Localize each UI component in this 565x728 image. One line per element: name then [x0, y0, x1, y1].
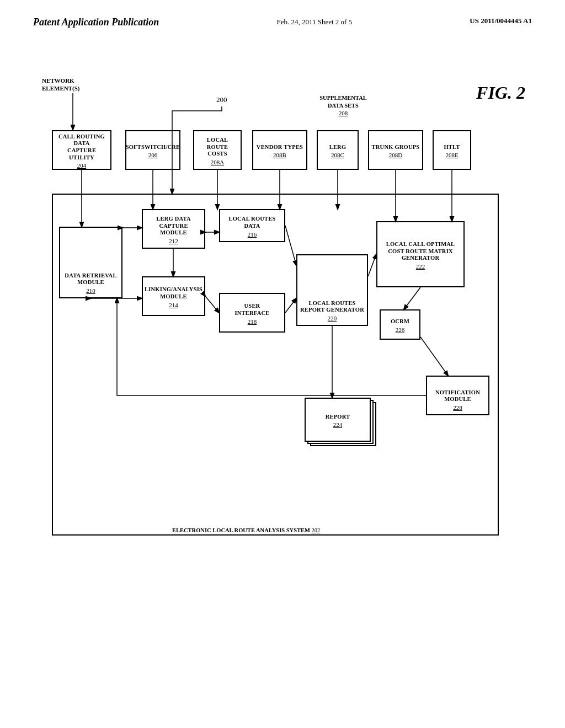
figure-label: FIG. 2: [476, 83, 525, 103]
box-lerg: LERG 208C: [317, 130, 359, 170]
patent-number: US 2011/0044445 A1: [470, 17, 532, 25]
box-linking-analysis-label: Linking/AnalysisModule: [145, 286, 202, 300]
box-report-num: 224: [333, 421, 343, 428]
box-notification-num: 228: [453, 404, 462, 411]
box-local-route-costs: Local RouteCosts 208A: [193, 130, 242, 170]
box-ocrm-label: OCRM: [391, 318, 409, 325]
box-lerg-label: LERG: [329, 144, 347, 151]
box-linking-analysis: Linking/AnalysisModule 214: [142, 276, 205, 316]
system-label: Electronic Local Route Analysis System 2…: [172, 527, 320, 533]
box-local-routes-report-num: 220: [328, 315, 337, 322]
box-linking-analysis-num: 214: [169, 302, 178, 308]
supplemental-label: SupplementalData Sets208: [316, 94, 371, 117]
box-notification-label: Notification Module: [429, 389, 486, 403]
box-local-call-optimal-label: Local Call Optimal Cost Route Matrix Gen…: [380, 241, 461, 262]
box-htlt-label: HTLT: [444, 144, 460, 151]
network-elements-label: NetworkElement(s): [42, 77, 86, 93]
box-user-interface: UserInterface 218: [219, 293, 285, 333]
box-notification: Notification Module 228: [426, 376, 489, 415]
box-local-routes-data: Local Routes Data 216: [219, 209, 285, 242]
date-sheet: Feb. 24, 2011 Sheet 2 of 5: [276, 17, 352, 28]
diagram-container: FIG. 2 NetworkElement(s) 200 Supplementa…: [40, 67, 525, 673]
box-lerg-num: 208C: [331, 152, 344, 158]
box-softswitch-num: 206: [148, 152, 158, 158]
box-local-routes-data-num: 216: [248, 231, 257, 238]
page-header: Patent Application Publication Feb. 24, …: [0, 0, 565, 34]
box-data-retrieval: Data Retrieval Module 210: [59, 227, 122, 298]
box-vendor-types-num: 208B: [273, 152, 286, 158]
box-trunk-groups: Trunk Groups 208D: [368, 130, 423, 170]
box-local-route-costs-num: 208A: [211, 159, 224, 165]
box-report: Report 224: [305, 398, 371, 442]
box-call-routing-num: 204: [77, 162, 87, 169]
box-softswitch: Softswitch/CRE 206: [125, 130, 180, 170]
ref-200: 200: [216, 95, 227, 104]
box-softswitch-label: Softswitch/CRE: [126, 144, 180, 151]
box-lerg-data-capture: LERG DataCapture Module 212: [142, 209, 205, 249]
box-local-call-optimal-num: 222: [416, 263, 425, 270]
box-lerg-data-capture-label: LERG DataCapture Module: [145, 216, 202, 237]
box-htlt: HTLT 208E: [433, 130, 471, 170]
box-vendor-types-label: Vendor Types: [257, 144, 303, 151]
box-report-wrapper: Report 224: [305, 398, 371, 442]
box-data-retrieval-num: 210: [86, 287, 95, 294]
publication-title: Patent Application Publication: [33, 17, 159, 28]
box-local-route-costs-label: Local RouteCosts: [196, 137, 238, 158]
box-data-retrieval-label: Data Retrieval Module: [62, 272, 119, 286]
box-local-routes-report-label: Local Routes Report Generator: [300, 300, 365, 314]
box-call-routing-label: Call Routing DataCapture Utility: [55, 133, 108, 161]
box-vendor-types: Vendor Types 208B: [252, 130, 307, 170]
box-ocrm-num: 226: [396, 326, 405, 333]
box-trunk-groups-num: 208D: [389, 152, 402, 158]
box-user-interface-label: UserInterface: [235, 303, 270, 317]
box-lerg-data-capture-num: 212: [169, 238, 178, 244]
box-trunk-groups-label: Trunk Groups: [372, 144, 420, 151]
box-local-routes-report: Local Routes Report Generator 220: [296, 254, 368, 326]
box-user-interface-num: 218: [248, 318, 257, 325]
box-report-label: Report: [326, 414, 350, 421]
box-call-routing: Call Routing DataCapture Utility 204: [52, 130, 111, 170]
box-htlt-num: 208E: [445, 152, 458, 158]
fig-line1: FIG. 2: [476, 83, 525, 103]
box-local-call-optimal: Local Call Optimal Cost Route Matrix Gen…: [376, 221, 465, 287]
box-local-routes-data-label: Local Routes Data: [222, 216, 282, 229]
box-ocrm: OCRM 226: [380, 309, 420, 340]
